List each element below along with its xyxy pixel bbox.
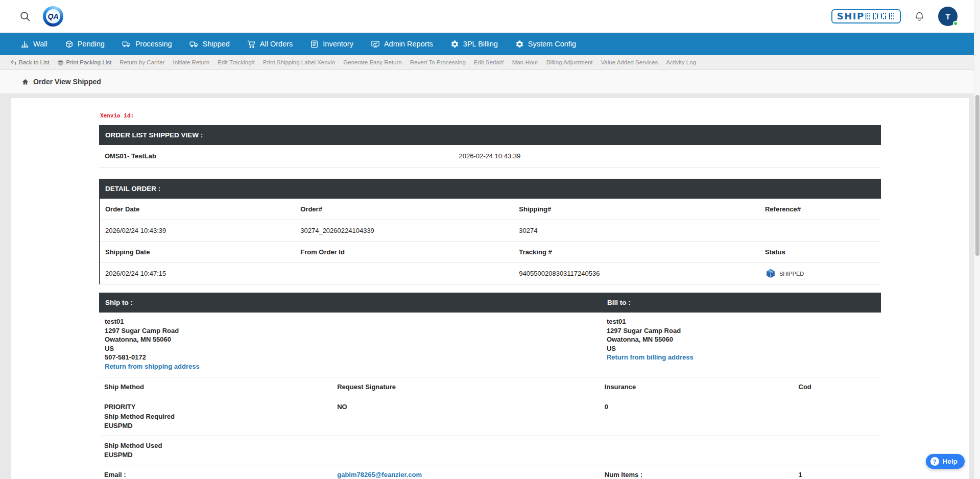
user-avatar[interactable]: T — [938, 7, 958, 26]
back-to-list-button[interactable]: Back to List — [10, 59, 49, 66]
edit-tracking-button[interactable]: Edit Tracking# — [218, 59, 255, 65]
toolbar-label: Print Shipping Label Xenvio — [263, 59, 335, 65]
wall-chart-icon — [20, 40, 29, 49]
reference-header: Reference# — [760, 200, 881, 218]
reference-value — [760, 226, 881, 236]
main-nav: Wall Pending Processing Shipped All Orde… — [0, 33, 980, 55]
initiate-return-button[interactable]: Initiate Return — [173, 59, 210, 65]
nav-label: Admin Reports — [384, 40, 433, 48]
ship-method-required-value: EUSPMD — [104, 421, 329, 430]
nav-label: Wall — [33, 40, 47, 48]
detail-order-header: DETAIL ORDER : — [99, 179, 881, 199]
from-order-id-header: From Order Id — [295, 243, 514, 261]
scrollbar-thumb[interactable] — [975, 95, 979, 256]
shipping-date-header: Shipping Date — [100, 243, 295, 261]
toolbar-label: Billing Adjustment — [546, 59, 593, 65]
table-row: Order Date Order# Shipping# Reference# — [100, 199, 881, 220]
email-link[interactable]: gabim78265@feanzier.com — [337, 471, 422, 478]
qa-logo-text: QA — [48, 12, 59, 20]
section-header-label: DETAIL ORDER : — [105, 185, 160, 193]
ship-method-used-label: Ship Method Used — [104, 441, 329, 450]
nav-item-3pl-billing[interactable]: 3PL Billing — [450, 40, 498, 49]
table-row: 2026/02/24 10:43:39 30274_20260224104339… — [100, 220, 881, 242]
back-arrow-icon — [10, 59, 17, 66]
vertical-scrollbar — [974, 0, 980, 479]
home-icon[interactable] — [21, 78, 29, 86]
order-actions-toolbar: Back to List Print Packing List Return b… — [0, 55, 980, 70]
pending-box-icon — [65, 40, 74, 49]
cart-icon — [247, 40, 256, 49]
main-content: Xenvio id: ORDER LIST SHIPPED VIEW : OMS… — [0, 94, 980, 479]
print-packing-list-button[interactable]: Print Packing List — [57, 59, 111, 66]
nav-item-pending[interactable]: Pending — [65, 40, 105, 49]
ship-method-value-row: PRIORITY Ship Method Required EUSPMD NO … — [99, 397, 881, 436]
nav-label: Pending — [78, 40, 105, 48]
revert-to-processing-button[interactable]: Revert To Processing — [410, 59, 466, 65]
man-hour-button[interactable]: Man-Hour — [512, 59, 538, 65]
return-from-shipping-address-link[interactable]: Return from shipping address — [105, 362, 601, 371]
avatar-initial: T — [945, 12, 950, 21]
nav-item-system-config[interactable]: System Config — [515, 40, 576, 49]
nav-label: 3PL Billing — [463, 40, 498, 48]
return-by-carrier-button[interactable]: Return by Carrier — [119, 59, 164, 65]
generate-easy-return-button[interactable]: Generate Easy Return — [343, 59, 401, 65]
order-number-header: Order# — [295, 200, 514, 218]
bill-to-address: test01 1297 Sugar Camp Road Owatonna, MN… — [601, 317, 881, 371]
order-number-value: 30274_20260224104339 — [295, 222, 514, 240]
cod-value — [794, 397, 881, 436]
processing-truck-icon — [122, 40, 131, 49]
billing-adjustment-button[interactable]: Billing Adjustment — [546, 59, 593, 65]
config-gear-icon — [515, 40, 524, 49]
nav-item-all-orders[interactable]: All Orders — [247, 40, 293, 49]
ship-method-header: Ship Method — [99, 377, 332, 397]
help-button[interactable]: ? Help — [926, 454, 965, 469]
toolbar-label: Generate Easy Return — [343, 59, 401, 65]
insurance-header: Insurance — [600, 377, 794, 397]
online-status-dot — [953, 21, 958, 26]
nav-label: Shipped — [203, 40, 230, 48]
warehouse-row: OMS01- TestLab 2026-02-24 10:43:39 — [99, 145, 881, 167]
edit-serial-button[interactable]: Edit Serial# — [474, 59, 504, 65]
section-header-label: ORDER LIST SHIPPED VIEW : — [105, 131, 203, 139]
billing-gear-icon — [450, 40, 459, 49]
toolbar-label: Initiate Return — [173, 59, 210, 65]
toolbar-label: Revert To Processing — [410, 59, 466, 65]
print-shipping-label-xenvio-button[interactable]: Print Shipping Label Xenvio — [263, 59, 335, 65]
nav-label: Processing — [135, 40, 172, 48]
shipedge-logo[interactable]: SHIPEDGE — [831, 9, 901, 23]
email-row: Email : gabim78265@feanzier.com Num Item… — [99, 465, 881, 479]
bill-to-country: US — [607, 344, 881, 353]
qa-logo[interactable]: QA — [43, 6, 63, 27]
nav-item-inventory[interactable]: Inventory — [310, 40, 353, 49]
bill-to-street: 1297 Sugar Camp Road — [607, 326, 881, 336]
order-card: Xenvio id: ORDER LIST SHIPPED VIEW : OMS… — [11, 98, 969, 479]
value-added-services-button[interactable]: Value Added Services — [601, 59, 658, 65]
toolbar-label: Man-Hour — [512, 59, 538, 65]
search-icon[interactable] — [19, 11, 31, 22]
shipedge-logo-edge: EDGE — [865, 11, 895, 21]
toolbar-label: Edit Serial# — [474, 59, 504, 65]
order-date-header: Order Date — [100, 200, 295, 218]
email-label: Email : — [99, 465, 332, 479]
warehouse-name: OMS01- TestLab — [99, 152, 453, 160]
notifications-bell-icon[interactable] — [914, 11, 925, 22]
cod-header: Cod — [794, 377, 881, 397]
nav-item-shipped[interactable]: Shipped — [189, 40, 230, 49]
nav-label: All Orders — [260, 40, 293, 48]
activity-log-button[interactable]: Activity Log — [666, 59, 696, 65]
toolbar-label: Back to List — [19, 59, 49, 65]
xenvio-id-label: Xenvio id: — [100, 112, 881, 119]
address-row: test01 1297 Sugar Camp Road Owatonna, MN… — [99, 313, 881, 377]
ship-to-name: test01 — [105, 317, 601, 326]
ship-method-header-row: Ship Method Request Signature Insurance … — [99, 377, 881, 397]
order-list-datetime: 2026-02-24 10:43:39 — [453, 152, 881, 160]
nav-item-admin-reports[interactable]: Admin Reports — [371, 40, 433, 49]
ship-to-country: US — [105, 344, 601, 353]
nav-item-processing[interactable]: Processing — [122, 40, 172, 49]
return-from-billing-address-link[interactable]: Return from billing address — [607, 353, 881, 362]
inventory-clipboard-icon — [310, 40, 319, 49]
address-headers-bar: Ship to : Bill to : — [99, 293, 881, 313]
nav-item-wall[interactable]: Wall — [20, 40, 47, 49]
toolbar-label: Activity Log — [666, 59, 696, 65]
order-date-value: 2026/02/24 10:43:39 — [100, 222, 295, 240]
